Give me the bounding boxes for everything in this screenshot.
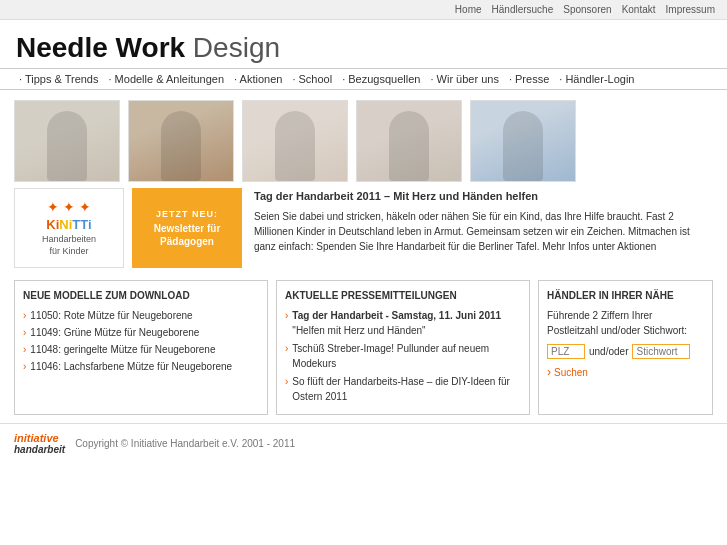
- nav-school[interactable]: · School: [287, 71, 337, 87]
- bullet-icon: ›: [23, 325, 26, 340]
- ki-letter: Ki: [46, 217, 59, 232]
- search-button[interactable]: Suchen: [547, 363, 704, 381]
- figure-5: [503, 111, 543, 181]
- fashion-image-1: [14, 100, 120, 182]
- bullet-icon: ›: [285, 341, 288, 356]
- press-item-text: Tschüß Streber-Image! Pullunder auf neue…: [292, 341, 521, 371]
- footer: initiative handarbeit Copyright © Initia…: [0, 423, 727, 463]
- neue-modelle-list: ›11050: Rote Mütze für Neugeborene›11049…: [23, 308, 259, 374]
- press-item-text: Tag der Handarbeit - Samstag, 11. Juni 2…: [292, 308, 521, 338]
- dealer-title: HÄNDLER IN IHRER NÄHE: [547, 288, 704, 303]
- press-list: ›Tag der Handarbeit - Samstag, 11. Juni …: [285, 308, 521, 404]
- main-nav: · Tipps & Trends· Modelle & Anleitungen·…: [0, 68, 727, 90]
- pressemitteilungen-col: AKTUELLE PRESSEMITTEILUNGEN ›Tag der Han…: [276, 280, 530, 415]
- impressum-link[interactable]: Impressum: [666, 4, 715, 15]
- neue-modelle-item-text: 11050: Rote Mütze für Neugeborene: [30, 308, 192, 323]
- topbar-links: HomeHändlersucheSponsorenKontaktImpressu…: [445, 4, 715, 15]
- neue-modelle-col: NEUE MODELLE ZUM DOWNLOAD ›11050: Rote M…: [14, 280, 268, 415]
- und-oder-label: und/oder: [589, 344, 628, 359]
- neue-modelle-item-text: 11046: Lachsfarbene Mütze für Neugeboren…: [30, 359, 232, 374]
- plz-input[interactable]: [547, 344, 585, 359]
- neue-modelle-title: NEUE MODELLE ZUM DOWNLOAD: [23, 288, 259, 303]
- kinitli-line2: für Kinder: [49, 246, 88, 258]
- newsletter-new-label: JETZT NEU:: [156, 209, 218, 219]
- dealer-form-row: und/oder: [547, 344, 704, 359]
- fashion-image-2: [128, 100, 234, 182]
- list-item: ›So flüft der Handarbeits-Hase – die DIY…: [285, 374, 521, 404]
- initiative-logo-text: initiative handarbeit: [14, 432, 65, 455]
- bullet-icon: ›: [23, 359, 26, 374]
- kinitli-logo: KiNiTTi: [46, 217, 91, 233]
- dealer-col: HÄNDLER IN IHRER NÄHE Führende 2 Ziffern…: [538, 280, 713, 415]
- logo-light: Design: [185, 32, 280, 63]
- list-item: ›11048: geringelte Mütze für Neugeborene: [23, 342, 259, 357]
- fashion-image-3: [242, 100, 348, 182]
- list-item: ›11049: Grüne Mütze für Neugeborene: [23, 325, 259, 340]
- bottom-section: NEUE MODELLE ZUM DOWNLOAD ›11050: Rote M…: [0, 276, 727, 423]
- kinitli-line1: Handarbeiten: [42, 234, 96, 246]
- figure-3: [275, 111, 315, 181]
- nav-aktionen[interactable]: · Aktionen: [229, 71, 287, 87]
- article-headline: Tag der Handarbeit 2011 – Mit Herz und H…: [254, 188, 709, 205]
- search-label: Suchen: [554, 365, 588, 380]
- middle-section: ✦ ✦ ✦ KiNiTTi Handarbeiten für Kinder JE…: [0, 188, 727, 276]
- header: Needle Work Design: [0, 20, 727, 68]
- bullet-icon: ›: [23, 308, 26, 323]
- bullet-icon: ›: [285, 308, 288, 323]
- fashion-image-5: [470, 100, 576, 182]
- top-bar: HomeHändlersucheSponsorenKontaktImpressu…: [0, 0, 727, 20]
- tti-letter: TTi: [72, 217, 91, 232]
- bullet-icon: ›: [23, 342, 26, 357]
- list-item: ›Tag der Handarbeit - Samstag, 11. Juni …: [285, 308, 521, 338]
- haendlersuche-link[interactable]: Händlersuche: [492, 4, 554, 15]
- list-item: ›Tschüß Streber-Image! Pullunder auf neu…: [285, 341, 521, 371]
- ni-letter: Ni: [59, 217, 72, 232]
- nav-tipps[interactable]: · Tipps & Trends: [14, 71, 103, 87]
- bullet-icon: ›: [285, 374, 288, 389]
- figure-4: [389, 111, 429, 181]
- kinitli-deco: ✦ ✦ ✦: [47, 199, 91, 215]
- logo-bold: Needle Work: [16, 32, 185, 63]
- neue-modelle-item-text: 11048: geringelte Mütze für Neugeborene: [30, 342, 215, 357]
- nav-wir[interactable]: · Wir über uns: [425, 71, 503, 87]
- newsletter-box[interactable]: JETZT NEU: Newsletter für Pädagogen: [132, 188, 242, 268]
- footer-logo-line1: initiative: [14, 432, 65, 444]
- figure-1: [47, 111, 87, 181]
- fashion-image-4: [356, 100, 462, 182]
- footer-copyright: Copyright © Initiative Handarbeit e.V. 2…: [75, 438, 295, 449]
- kontakt-link[interactable]: Kontakt: [622, 4, 656, 15]
- kinitli-box: ✦ ✦ ✦ KiNiTTi Handarbeiten für Kinder: [14, 188, 124, 268]
- list-item: ›11046: Lachsfarbene Mütze für Neugebore…: [23, 359, 259, 374]
- dealer-description: Führende 2 Ziffern Ihrer Postleitzahl un…: [547, 308, 704, 338]
- home-link[interactable]: Home: [455, 4, 482, 15]
- dealer-form: und/oder Suchen: [547, 344, 704, 381]
- footer-logo: initiative handarbeit: [14, 432, 65, 455]
- nav-haendler[interactable]: · Händler-Login: [554, 71, 639, 87]
- main-article: Tag der Handarbeit 2011 – Mit Herz und H…: [250, 188, 713, 268]
- article-text: Seien Sie dabei und stricken, häkeln ode…: [254, 209, 709, 254]
- nav-modelle[interactable]: · Modelle & Anleitungen: [103, 71, 229, 87]
- press-item-text: So flüft der Handarbeits-Hase – die DIY-…: [292, 374, 521, 404]
- sponsoren-link[interactable]: Sponsoren: [563, 4, 611, 15]
- list-item: ›11050: Rote Mütze für Neugeborene: [23, 308, 259, 323]
- image-row: [0, 90, 727, 188]
- footer-logo-line2: handarbeit: [14, 444, 65, 455]
- nav-items-container: · Tipps & Trends· Modelle & Anleitungen·…: [14, 73, 639, 85]
- pressemitteilungen-title: AKTUELLE PRESSEMITTEILUNGEN: [285, 288, 521, 303]
- neue-modelle-item-text: 11049: Grüne Mütze für Neugeborene: [30, 325, 199, 340]
- figure-2: [161, 111, 201, 181]
- nav-bezugsquellen[interactable]: · Bezugsquellen: [337, 71, 425, 87]
- nav-presse[interactable]: · Presse: [504, 71, 554, 87]
- stichwort-input[interactable]: [632, 344, 690, 359]
- logo: Needle Work Design: [16, 34, 280, 62]
- newsletter-sublabel: Newsletter für Pädagogen: [138, 222, 236, 248]
